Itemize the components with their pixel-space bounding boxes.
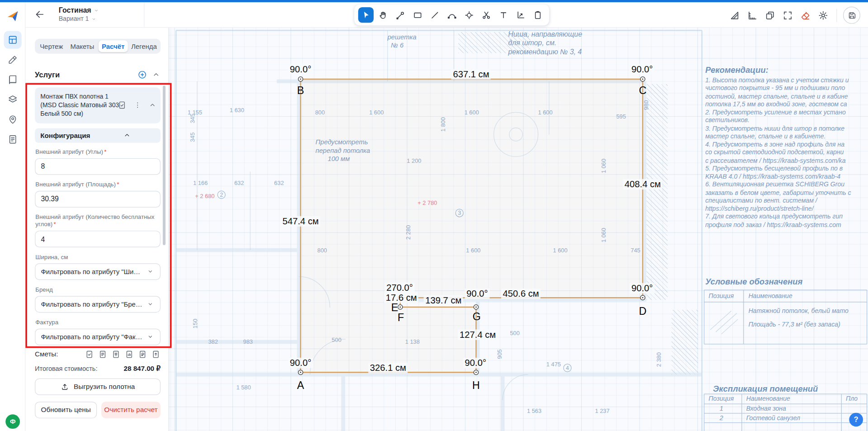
collapse-config-icon[interactable] — [98, 131, 156, 139]
smeta-label: Сметы: — [35, 350, 58, 358]
smeta-doc-check-icon[interactable] — [85, 350, 94, 359]
doc-check-icon[interactable] — [117, 101, 127, 110]
tool-snap-button[interactable] — [461, 7, 476, 23]
tool-ruler-corner-button[interactable] — [745, 8, 759, 23]
tool-ruler-triangle-button[interactable] — [727, 8, 742, 23]
config-field: Ширина, смФильтровать по атрибуту "Ширин… — [35, 253, 161, 279]
field-label: Внешний атрибут (Углы)* — [35, 148, 161, 156]
config-field: БрендФильтровать по атрибуту "Бренд" — [35, 286, 161, 312]
service-card-actions — [113, 101, 157, 110]
sidebar-item-plan[interactable] — [4, 31, 22, 49]
tab-чертеж[interactable]: Чертеж — [37, 40, 66, 52]
total-cost-value: 28 847.00 ₽ — [124, 364, 161, 372]
tool-clipboard-button[interactable] — [530, 7, 545, 23]
field-label: Внешний атрибут (Площадь)* — [35, 181, 161, 189]
tool-curve-button[interactable] — [444, 7, 460, 23]
app-logo-icon[interactable] — [5, 9, 20, 24]
tab-легенда[interactable]: Легенда — [129, 40, 159, 52]
smeta-actions — [85, 350, 161, 359]
tab-расчёт[interactable]: Расчёт — [98, 40, 128, 52]
measurement-label: 90.0° — [465, 289, 490, 299]
collapse-services-icon[interactable] — [152, 70, 161, 79]
measurement-label: 139.7 см — [424, 295, 463, 306]
update-prices-button[interactable]: Обновить цены — [35, 402, 97, 418]
smeta-doc-stats-icon[interactable] — [124, 350, 134, 359]
vertex-handle-D[interactable] — [640, 295, 645, 300]
select-value: Фильтровать по атрибуту "Ширин... — [41, 268, 143, 275]
help-button[interactable]: ? — [849, 413, 863, 427]
smeta-doc-ruble-icon[interactable] — [138, 350, 147, 359]
required-asterisk: * — [54, 221, 56, 228]
tool-text-button[interactable] — [495, 7, 511, 23]
vertex-handle-G[interactable] — [474, 305, 478, 309]
chevron-up-icon[interactable] — [148, 101, 157, 109]
save-button[interactable] — [843, 7, 860, 24]
tool-cursor-button[interactable] — [358, 7, 374, 23]
vertex-label-B: B — [297, 85, 304, 97]
panel-scrollbar[interactable] — [163, 86, 166, 245]
left-panel: ЧертежМакетыРасчётЛегенда Услуги Монтаж … — [25, 28, 169, 431]
back-button[interactable] — [32, 7, 47, 23]
field-label: Фактура — [35, 318, 161, 326]
view-toolbar — [727, 7, 860, 24]
tool-stack-button[interactable] — [763, 8, 777, 23]
tool-axis-button[interactable] — [512, 7, 528, 23]
panel-tabs: ЧертежМакетыРасчётЛегенда — [35, 39, 161, 54]
attribute-input-1[interactable]: 30.39 — [35, 190, 161, 207]
divider — [144, 2, 144, 27]
chevron-down-icon — [90, 16, 96, 22]
measurement-label: 408.4 см — [623, 179, 662, 189]
tool-node-button[interactable] — [393, 7, 408, 23]
vertex-label-H: H — [472, 379, 480, 392]
smeta-doc-grid-icon[interactable] — [111, 350, 121, 359]
tool-rectangle-button[interactable] — [410, 7, 425, 23]
filter-select-5[interactable]: Фильтровать по атрибуту "Фактура" — [35, 328, 161, 345]
ceiling-polygon[interactable] — [301, 79, 643, 372]
sidebar-item-ruler-pen-icon[interactable] — [4, 51, 22, 69]
measurement-label: 326.1 см — [368, 363, 408, 373]
sidebar-item-layers-icon[interactable] — [4, 91, 22, 109]
field-label: Внешний атрибут (Количество бесплатных у… — [35, 213, 161, 229]
vertex-handle-C[interactable] — [640, 77, 645, 81]
chevron-down-icon — [146, 300, 154, 308]
filter-select-4[interactable]: Фильтровать по атрибуту "Бренд" — [35, 296, 161, 313]
project-title-block[interactable]: Гостиная Вариант 1 — [59, 5, 142, 23]
vertex-handle-H[interactable] — [474, 370, 478, 374]
smeta-doc-lines-icon[interactable] — [98, 350, 108, 359]
tool-hand-button[interactable] — [375, 7, 391, 23]
field-label: Бренд — [35, 286, 161, 294]
smeta-doc-export-icon[interactable] — [151, 350, 161, 359]
page-title: Гостиная — [59, 5, 91, 15]
vertex-handle-B[interactable] — [298, 77, 303, 81]
chevron-down-icon — [93, 7, 100, 14]
service-card[interactable]: Монтаж ПВХ полотна 1 (MSD Classic Матовы… — [35, 87, 161, 123]
vertex-handle-F[interactable] — [398, 305, 403, 309]
config-field: ФактураФильтровать по атрибуту "Фактура" — [35, 318, 161, 345]
vertex-handle-A[interactable] — [298, 370, 303, 374]
attribute-input-0[interactable]: 8 — [35, 158, 161, 175]
tool-eraser-button[interactable] — [798, 8, 813, 23]
drawing-toolbar — [354, 5, 549, 25]
tool-line-button[interactable] — [427, 7, 442, 23]
clear-calculation-button[interactable]: Очистить расчет — [101, 402, 161, 418]
sidebar-tools — [4, 31, 22, 148]
select-value: Фильтровать по атрибуту "Бренд" — [41, 300, 143, 308]
sidebar-item-map-pin-icon[interactable] — [4, 111, 22, 128]
measurement-label: 450.6 см — [501, 289, 541, 299]
tool-gear-button[interactable] — [816, 8, 830, 23]
upload-icon — [61, 382, 70, 391]
dots-vertical-icon[interactable] — [133, 101, 142, 109]
add-service-button[interactable] — [138, 70, 147, 80]
config-field: Внешний атрибут (Углы)*8 — [35, 148, 161, 175]
sidebar-item-doc-list-icon[interactable] — [4, 131, 22, 148]
sidebar-item-book-icon[interactable] — [4, 71, 22, 89]
header-bar: Гостиная Вариант 1 — [25, 2, 868, 28]
tab-макеты[interactable]: Макеты — [67, 40, 97, 52]
filter-select-3[interactable]: Фильтровать по атрибуту "Ширин... — [35, 263, 161, 280]
profile-fab[interactable]: Ф — [5, 414, 20, 429]
tool-scissors-button[interactable] — [478, 7, 493, 23]
tool-fullscreen-button[interactable] — [781, 8, 795, 23]
export-button[interactable]: Выгрузить полотна — [35, 379, 161, 395]
config-section-header[interactable]: Конфигурация — [35, 128, 161, 143]
attribute-input-2[interactable]: 4 — [35, 231, 161, 247]
